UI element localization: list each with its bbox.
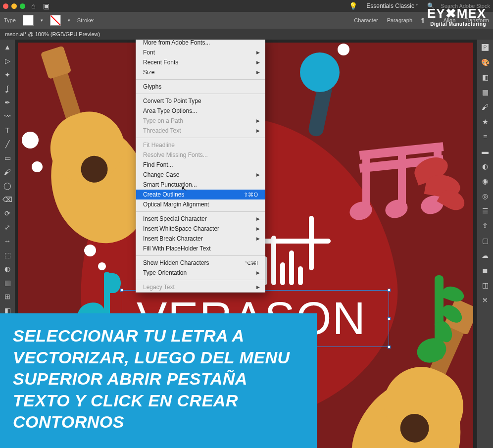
menu-item-show-hidden-characters[interactable]: Show Hidden Characters⌥⌘I	[136, 258, 265, 268]
document-tab-title: rason.ai* @ 100% (RGB/GPU Preview)	[5, 31, 100, 37]
white-dot	[32, 161, 43, 172]
menu-item-size[interactable]: Size	[136, 67, 265, 77]
symbols-panel-icon[interactable]: ★	[479, 116, 491, 128]
help-icon[interactable]: 💡	[347, 2, 359, 10]
menu-item-optical-margin-alignment[interactable]: Optical Margin Alignment	[136, 199, 265, 209]
stroke-swatch[interactable]	[50, 15, 61, 26]
home-icon[interactable]: ⌂	[29, 2, 37, 10]
close-window-icon[interactable]	[3, 3, 8, 9]
align-panel-icon[interactable]: ≣	[479, 264, 491, 276]
pen-tool-icon[interactable]: ✒	[2, 97, 13, 108]
minimize-window-icon[interactable]	[11, 3, 17, 9]
transparency-panel-icon[interactable]: ◐	[479, 160, 491, 172]
menu-item-glyphs[interactable]: Glyphs	[136, 82, 265, 92]
stroke-panel-icon[interactable]: ≡	[479, 131, 491, 143]
swatches-panel-icon[interactable]: ▦	[479, 86, 491, 98]
green-note	[435, 275, 444, 359]
menu-item-type-on-a-path: Type on a Path	[136, 116, 265, 126]
libraries-panel-icon[interactable]: ☁	[479, 249, 491, 261]
menu-item-resolve-missing-fonts: Resolve Missing Fonts...	[136, 150, 265, 160]
red-swirl	[409, 151, 468, 211]
menu-item-insert-whitespace-character[interactable]: Insert WhiteSpace Character	[136, 224, 265, 234]
type-menu-dropdown: More from Adobe Fonts...FontRecent Fonts…	[136, 40, 265, 293]
para-icon[interactable]: ¶	[421, 17, 424, 23]
color-panel-icon[interactable]: 🎨	[479, 56, 491, 68]
perspective-tool-icon[interactable]: ▦	[2, 277, 13, 288]
pathfinder-panel-icon[interactable]: ◫	[479, 279, 491, 291]
type-label: Type	[4, 17, 16, 23]
color-guide-panel-icon[interactable]: ◧	[479, 71, 491, 83]
control-bar: Type ▾ ▾ Stroke: Character Paragraph ¶ |…	[0, 12, 493, 29]
menu-item-type-orientation[interactable]: Type Orientation	[136, 268, 265, 278]
menu-item-change-case[interactable]: Change Case	[136, 170, 265, 180]
microphone-icon	[290, 52, 349, 142]
menu-item-convert-to-point-type[interactable]: Convert To Point Type	[136, 96, 265, 106]
menu-item-smart-punctuation[interactable]: Smart Punctuation...	[136, 180, 265, 190]
maximize-window-icon[interactable]	[20, 3, 25, 9]
shape-builder-tool-icon[interactable]: ◐	[2, 263, 13, 274]
tutorial-caption: SELECCIONAR TU LETRA A VECTORIZAR, LUEGO…	[0, 313, 317, 448]
gradient-panel-icon[interactable]: ▬	[479, 146, 491, 157]
mesh-tool-icon[interactable]: ⊞	[2, 291, 13, 302]
selection-tool-icon[interactable]: ▲	[2, 42, 13, 52]
menu-item-create-outlines[interactable]: Create Outlines⇧⌘O	[136, 190, 265, 199]
eq-cross-v	[309, 216, 314, 270]
line-tool-icon[interactable]: ╱	[2, 139, 13, 149]
brand-name: EY✖MEX	[427, 6, 486, 21]
artboards-panel-icon[interactable]: ▢	[479, 235, 491, 247]
white-dot	[338, 44, 349, 55]
brushes-panel-icon[interactable]: 🖌	[479, 101, 491, 113]
lasso-tool-icon[interactable]: ʆ	[2, 83, 13, 94]
white-dot	[22, 132, 39, 149]
graphic-styles-panel-icon[interactable]: ◎	[479, 190, 491, 202]
cursor-icon: ↖	[181, 184, 188, 193]
window-controls	[3, 3, 25, 9]
magic-wand-tool-icon[interactable]: ✦	[2, 69, 13, 80]
menu-item-insert-special-character[interactable]: Insert Special Character	[136, 214, 265, 224]
scale-tool-icon[interactable]: ⤢	[2, 222, 13, 233]
menu-item-legacy-text: Legacy Text	[136, 282, 265, 292]
paragraph-panel-link[interactable]: Paragraph	[387, 17, 412, 23]
document-tab[interactable]: rason.ai* @ 100% (RGB/GPU Preview)	[0, 29, 493, 40]
rotate-tool-icon[interactable]: ⟳	[2, 208, 13, 219]
stroke-label: Stroke:	[77, 17, 95, 23]
eraser-tool-icon[interactable]: ⌫	[2, 194, 13, 205]
workspace-switcher[interactable]: Essentials Classic ˅	[363, 1, 421, 10]
menu-item-recent-fonts[interactable]: Recent Fonts	[136, 57, 265, 67]
white-dot	[84, 245, 96, 256]
width-tool-icon[interactable]: ↔	[2, 236, 13, 247]
paintbrush-tool-icon[interactable]: 🖌	[2, 166, 13, 177]
menu-item-fill-with-placeholder-text[interactable]: Fill With PlaceHolder Text	[136, 244, 265, 253]
layers-panel-icon[interactable]: ☰	[479, 205, 491, 217]
menu-item-find-font[interactable]: Find Font...	[136, 160, 265, 170]
menu-item-area-type-options[interactable]: Area Type Options...	[136, 106, 265, 116]
appearance-panel-icon[interactable]: ◉	[479, 175, 491, 187]
transform-panel-icon[interactable]: ⤧	[479, 294, 491, 306]
menu-item-fit-headline: Fit Headline	[136, 140, 265, 150]
fill-swatch[interactable]	[23, 15, 34, 26]
shaper-tool-icon[interactable]: ◯	[2, 180, 13, 191]
tutorial-caption-text: SELECCIONAR TU LETRA A VECTORIZAR, LUEGO…	[13, 326, 290, 431]
white-dot	[98, 262, 106, 270]
brand-tagline: Digital Manufacturing	[427, 21, 486, 27]
menu-item-insert-break-character[interactable]: Insert Break Character	[136, 234, 265, 244]
rectangle-tool-icon[interactable]: ▭	[2, 152, 13, 163]
properties-panel-icon[interactable]: 🅿	[479, 42, 491, 53]
menu-item-threaded-text: Threaded Text	[136, 126, 265, 136]
menu-item-more-from-adobe-fonts[interactable]: More from Adobe Fonts...	[136, 40, 265, 48]
menu-item-font[interactable]: Font	[136, 48, 265, 57]
os-titlebar: ⌂ ▣ 💡 Essentials Classic ˅ 🔍 Search Adob…	[0, 0, 493, 12]
character-panel-link[interactable]: Character	[354, 17, 378, 23]
direct-selection-tool-icon[interactable]: ▷	[2, 55, 13, 66]
asset-export-panel-icon[interactable]: ⇪	[479, 220, 491, 232]
curvature-tool-icon[interactable]: 〰	[2, 111, 13, 122]
free-transform-tool-icon[interactable]: ⬚	[2, 249, 13, 260]
app-icon: ▣	[41, 2, 51, 10]
type-tool-icon[interactable]: T	[2, 125, 13, 136]
right-panel-dock: 🅿 🎨 ◧ ▦ 🖌 ★ ≡ ▬ ◐ ◉ ◎ ☰ ⇪ ▢ ☁ ≣ ◫ ⤧	[477, 40, 493, 448]
brand-watermark: EY✖MEX Digital Manufacturing	[427, 6, 486, 27]
